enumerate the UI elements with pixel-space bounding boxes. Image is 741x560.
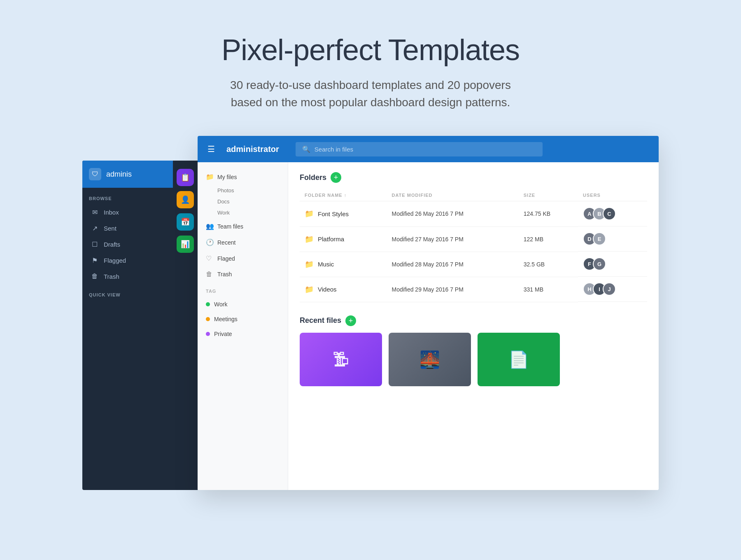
hamburger-icon[interactable]: ☰ xyxy=(207,144,215,154)
icon-btn-user[interactable]: 👤 xyxy=(177,191,194,208)
dark-sidebar-title: adminis xyxy=(106,170,132,179)
dark-nav-list: ✉ Inbox ↗ Sent ☐ Drafts ⚑ Flagged 🗑 Tras… xyxy=(82,204,173,284)
hero-subtitle: 30 ready-to-use dashboard templates and … xyxy=(8,77,733,111)
icon-btn-clipboard[interactable]: 📋 xyxy=(177,169,194,186)
dark-nav-inbox[interactable]: ✉ Inbox xyxy=(86,204,170,220)
icon-btn-calendar[interactable]: 📅 xyxy=(177,213,194,231)
inbox-icon: ✉ xyxy=(91,208,99,216)
shield-icon: 🛡 xyxy=(89,168,101,180)
users-music: F G xyxy=(578,252,647,277)
tag-private-label: Private xyxy=(214,331,232,337)
sidebar-flaged[interactable]: ♡ Flaged xyxy=(198,250,288,266)
recent-file-card-zip[interactable]: 🗜 xyxy=(300,333,382,386)
hero-title: Pixel-perfect Templates xyxy=(8,33,733,67)
dark-nav-drafts[interactable]: ☐ Drafts xyxy=(86,236,170,252)
search-box[interactable]: 🔍 Search in files xyxy=(296,142,543,156)
doc-icon: 📄 xyxy=(508,350,529,369)
add-folder-button[interactable]: + xyxy=(331,172,341,183)
folder-name-platforma: Platforma xyxy=(318,236,344,243)
table-row[interactable]: 📁 Videos Modified 29 May 2016 7 PM 331 M… xyxy=(300,277,647,302)
recent-files-header: Recent files + xyxy=(300,315,647,326)
folder-icon: 📁 xyxy=(206,173,213,181)
dark-nav-sent-label: Sent xyxy=(104,225,117,232)
recent-files-section: Recent files + 🗜 🌉 📄 xyxy=(300,315,647,386)
recent-file-card-photo[interactable]: 🌉 xyxy=(389,333,471,386)
folder-name-cell: 📁 Videos xyxy=(305,285,382,294)
add-recent-button[interactable]: + xyxy=(345,315,356,326)
dark-nav-trash-label: Trash xyxy=(104,273,119,280)
avatar-stack: F G xyxy=(583,257,606,271)
sidebar-tag-meetings[interactable]: Meetings xyxy=(198,312,288,327)
col-folder-name: FOLDER NAME ↑ xyxy=(300,189,387,201)
recent-file-card-doc[interactable]: 📄 xyxy=(478,333,560,386)
icon-button-strip: 📋 👤 📅 📊 xyxy=(173,161,198,490)
my-files-label: My files xyxy=(217,174,237,180)
file-sidebar: 📁 My files Photos Docs Work 👥 Team files xyxy=(198,162,288,490)
recent-files-grid: 🗜 🌉 📄 xyxy=(300,333,647,386)
sidebar-trash[interactable]: 🗑 Trash xyxy=(198,266,288,282)
table-row[interactable]: 📁 Platforma Modified 27 May 2016 7 PM 12… xyxy=(300,226,647,252)
trash-icon: 🗑 xyxy=(91,273,99,280)
size-music: 32.5 GB xyxy=(519,252,578,277)
dark-nav-trash[interactable]: 🗑 Trash xyxy=(86,268,170,284)
flag-icon: ⚑ xyxy=(91,257,99,264)
tag-work-label: Work xyxy=(214,301,227,308)
topbar: ☰ administrator 🔍 Search in files xyxy=(198,136,659,162)
quick-view-label: QUICK VIEW xyxy=(82,284,173,301)
avatar-stack: A B C xyxy=(583,207,616,220)
sidebar-photos[interactable]: Photos xyxy=(198,185,288,196)
search-icon: 🔍 xyxy=(302,145,310,153)
browse-label: BROWSE xyxy=(82,188,173,204)
col-size: SIZE xyxy=(519,189,578,201)
sidebar-tag-work[interactable]: Work xyxy=(198,297,288,312)
folder-name-font-styles: Font Styles xyxy=(318,210,349,217)
drafts-icon: ☐ xyxy=(91,240,99,248)
sidebar-my-files[interactable]: 📁 My files xyxy=(198,169,288,185)
main-content: Folders + FOLDER NAME ↑ DATE MODIFIED SI… xyxy=(288,162,659,490)
zip-icon: 🗜 xyxy=(333,350,349,369)
folder-name-cell: 📁 Font Styles xyxy=(305,209,382,218)
dark-sidebar: 🛡 adminis BROWSE ✉ Inbox ↗ Sent ☐ Drafts… xyxy=(82,161,173,490)
sidebar-docs[interactable]: Docs xyxy=(198,196,288,207)
avatar: C xyxy=(603,207,616,220)
dark-nav-sent[interactable]: ↗ Sent xyxy=(86,220,170,236)
tag-dot-private xyxy=(206,332,210,336)
folder-icon-2: 📁 xyxy=(305,235,314,244)
flaged-label: Flaged xyxy=(217,255,235,262)
avatar-stack: H I J xyxy=(583,282,616,296)
col-users: USERS xyxy=(578,189,647,201)
folder-icon-4: 📁 xyxy=(305,285,314,294)
sidebar-recent[interactable]: 🕐 Recent xyxy=(198,234,288,250)
dark-nav-flagged-label: Flagged xyxy=(104,257,126,264)
avatar: J xyxy=(603,282,616,296)
sidebar-team-files[interactable]: 👥 Team files xyxy=(198,218,288,234)
folder-table: FOLDER NAME ↑ DATE MODIFIED SIZE USERS 📁 xyxy=(300,189,647,302)
date-videos: Modified 29 May 2016 7 PM xyxy=(387,277,519,302)
sent-icon: ↗ xyxy=(91,224,99,232)
col-date-modified: DATE MODIFIED xyxy=(387,189,519,201)
icon-btn-chart[interactable]: 📊 xyxy=(177,236,194,253)
size-videos: 331 MB xyxy=(519,277,578,302)
trash-sidebar-icon: 🗑 xyxy=(206,271,213,278)
clock-icon: 🕐 xyxy=(206,238,213,246)
sidebar-tag-private[interactable]: Private xyxy=(198,327,288,341)
sidebar-work-subitem[interactable]: Work xyxy=(198,207,288,218)
size-font-styles: 124.75 KB xyxy=(519,201,578,227)
table-row[interactable]: 📁 Music Modified 28 May 2016 7 PM 32.5 G… xyxy=(300,252,647,277)
tag-dot-work xyxy=(206,302,210,306)
folders-title: Folders xyxy=(300,173,326,182)
photos-label: Photos xyxy=(217,187,234,194)
dark-nav-flagged[interactable]: ⚑ Flagged xyxy=(86,252,170,268)
recent-label: Recent xyxy=(217,239,235,246)
avatar: E xyxy=(593,232,606,245)
folder-name-videos: Videos xyxy=(318,286,337,293)
hero-section: Pixel-perfect Templates 30 ready-to-use … xyxy=(0,0,741,136)
users-videos: H I J xyxy=(578,277,647,302)
folder-name-cell: 📁 Music xyxy=(305,260,382,269)
table-row[interactable]: 📁 Font Styles Modified 26 May 2016 7 PM … xyxy=(300,201,647,227)
dashboard-container: 🛡 adminis BROWSE ✉ Inbox ↗ Sent ☐ Drafts… xyxy=(82,136,659,490)
dark-nav-inbox-label: Inbox xyxy=(104,209,119,216)
folder-name-music: Music xyxy=(318,261,334,268)
tag-dot-meetings xyxy=(206,317,210,321)
recent-files-title: Recent files xyxy=(300,316,341,325)
